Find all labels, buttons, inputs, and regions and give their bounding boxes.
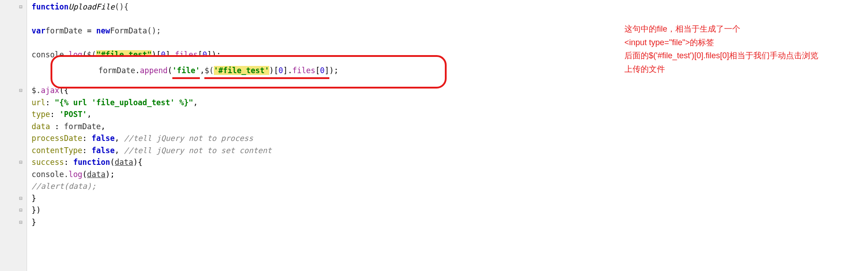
fold-icon[interactable]: ⊟ — [18, 219, 24, 225]
annotation-text: 这句中的file，相当于生成了一个 <input type="file">的标签… — [624, 23, 859, 76]
code-line[interactable]: console.log(data); — [32, 168, 868, 181]
fold-icon[interactable]: ⊟ — [18, 4, 24, 10]
code-line[interactable]: url: "{% url 'file_upload_test' %}", — [32, 97, 868, 109]
code-line[interactable]: success: function(data){ — [32, 157, 868, 169]
code-editor: ⊟ ⊟ ⊟ ⊟ ⊟ ⊟ function UploadFile(){ var f… — [0, 0, 868, 271]
fold-icon[interactable]: ⊟ — [18, 195, 24, 201]
code-line[interactable]: //alert(data); — [32, 181, 868, 193]
annotation-line: 这句中的file，相当于生成了一个 — [624, 23, 859, 36]
code-line[interactable]: } — [32, 216, 868, 229]
fold-icon[interactable]: ⊟ — [18, 159, 24, 166]
code-line[interactable]: data : formDate, — [32, 121, 868, 133]
code-line[interactable]: }) — [32, 205, 868, 217]
annotation-line: 后面的$('#file_test')[0].files[0]相当于我们手动点击浏… — [624, 49, 859, 63]
code-line[interactable]: processDate: false, //tell jQuery not to… — [32, 133, 868, 145]
code-line[interactable]: contentType: false, //tell jQuery not to… — [32, 145, 868, 157]
annotation-line: 上传的文件 — [624, 63, 859, 76]
fold-icon[interactable]: ⊟ — [18, 207, 24, 214]
gutter: ⊟ ⊟ ⊟ ⊟ ⊟ ⊟ — [0, 0, 27, 271]
annotation-line: <input type="file">的标签 — [624, 36, 859, 50]
fold-icon[interactable]: ⊟ — [18, 88, 24, 94]
code-line[interactable]: type: 'POST', — [32, 109, 868, 121]
code-line[interactable]: function UploadFile(){ — [32, 1, 868, 13]
highlighted-code-box: formDate.append('file',$('#file_test')[0… — [51, 55, 447, 89]
code-line[interactable]: } — [32, 192, 868, 205]
